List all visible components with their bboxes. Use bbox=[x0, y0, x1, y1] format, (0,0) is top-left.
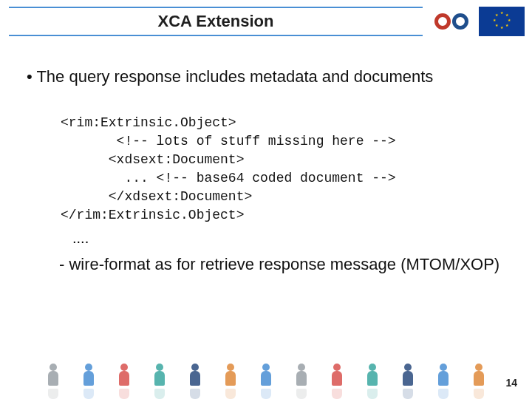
person-icon bbox=[81, 364, 97, 399]
slide-title: XCA Extension bbox=[158, 12, 274, 31]
person-icon bbox=[258, 364, 274, 399]
code-sample: <rim:Extrinsic.Object> <!-- lots of stuf… bbox=[61, 114, 505, 225]
title-bar: XCA Extension bbox=[9, 7, 423, 36]
person-icon bbox=[400, 364, 416, 399]
person-icon bbox=[222, 364, 239, 399]
ellipsis: .... bbox=[72, 230, 505, 247]
infinity-icon bbox=[434, 11, 468, 32]
person-icon bbox=[435, 364, 451, 399]
person-icon bbox=[151, 364, 168, 399]
bullet-main: • The query response includes metadata a… bbox=[27, 66, 505, 87]
person-icon bbox=[329, 364, 345, 399]
person-icon bbox=[364, 364, 381, 399]
person-icon bbox=[187, 364, 203, 399]
slide-content: • The query response includes metadata a… bbox=[0, 43, 532, 274]
person-icon bbox=[116, 364, 132, 399]
project-logo bbox=[429, 4, 474, 38]
person-icon bbox=[45, 364, 61, 399]
subpoint: - wire-format as for retrieve response m… bbox=[69, 254, 505, 275]
eu-flag-icon: ★ ★ ★ ★ ★ ★ ★ ★ bbox=[479, 7, 525, 36]
person-icon bbox=[293, 364, 310, 399]
slide-header: XCA Extension ★ ★ ★ ★ ★ ★ ★ ★ bbox=[0, 0, 532, 43]
footer-decoration bbox=[0, 359, 532, 399]
person-icon bbox=[471, 364, 487, 399]
